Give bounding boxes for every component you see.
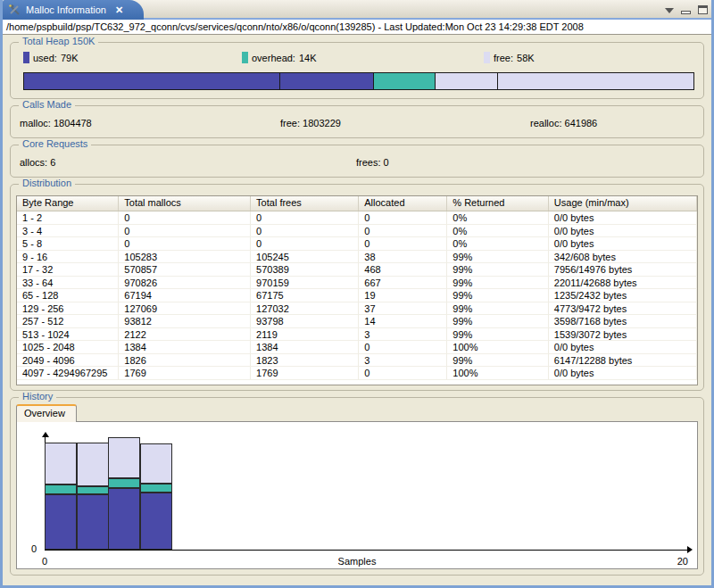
- table-cell: 2122: [119, 328, 251, 342]
- minimize-icon[interactable]: [681, 11, 691, 14]
- table-row[interactable]: 3 - 40000%0/0 bytes: [17, 225, 697, 238]
- table-cell: 100%: [447, 367, 549, 380]
- table-cell: 570389: [251, 263, 359, 277]
- close-icon[interactable]: ✕: [115, 4, 123, 16]
- total-heap-group: Total Heap 150K used: 79K overhead: 14K …: [10, 42, 704, 99]
- table-cell: 33 - 64: [17, 277, 119, 290]
- column-header[interactable]: Byte Range: [17, 196, 119, 211]
- table-cell: 257 - 512: [17, 315, 119, 328]
- history-bar: [77, 443, 109, 550]
- history-bar-segment-overhead: [45, 484, 77, 493]
- table-cell: 1 - 2: [17, 211, 119, 225]
- total-heap-title: Total Heap 150K: [19, 36, 98, 46]
- table-cell: 67194: [119, 289, 251, 302]
- table-cell: 67175: [251, 289, 359, 302]
- column-header[interactable]: Usage (min/max): [549, 196, 697, 211]
- table-cell: 3598/7168 bytes: [549, 315, 697, 328]
- table-cell: 342/608 bytes: [549, 251, 697, 264]
- table-row[interactable]: 2049 - 409618261823399%6147/12288 bytes: [17, 354, 697, 368]
- table-cell: 0: [359, 225, 447, 238]
- malloc-stat: malloc: 1804478: [20, 118, 92, 128]
- table-cell: 93798: [251, 315, 359, 328]
- view-content: Total Heap 150K used: 79K overhead: 14K …: [3, 35, 711, 579]
- table-cell: 970826: [119, 277, 251, 290]
- overhead-label: overhead:: [252, 53, 295, 63]
- calls-made-group: Calls Made malloc: 1804478 free: 1803229…: [10, 105, 704, 138]
- table-cell: 1769: [119, 367, 251, 380]
- column-header[interactable]: Allocated: [359, 196, 447, 211]
- legend-overhead: overhead: 14K: [242, 52, 317, 63]
- y-axis-arrow-icon: [42, 432, 49, 437]
- table-cell: 0: [251, 237, 359, 251]
- history-bar-segment-used: [45, 494, 77, 550]
- column-header[interactable]: Total mallocs: [119, 196, 251, 211]
- table-cell: 1384: [119, 341, 251, 354]
- history-title: History: [19, 391, 56, 402]
- x-axis-min-label: 0: [42, 556, 47, 567]
- used-swatch: [23, 52, 29, 63]
- column-header[interactable]: % Returned: [447, 196, 549, 211]
- heap-segment-free: [436, 73, 498, 89]
- history-bar: [108, 437, 140, 550]
- table-row[interactable]: 1 - 20000%0/0 bytes: [17, 211, 697, 225]
- table-cell: 513 - 1024: [17, 328, 119, 342]
- realloc-stat: realloc: 641986: [530, 118, 597, 128]
- realloc-value: 641986: [565, 118, 598, 128]
- overhead-swatch: [242, 52, 248, 63]
- table-cell: 570857: [119, 263, 251, 277]
- table-cell: 0%: [447, 225, 549, 238]
- table-row[interactable]: 17 - 3257085757038946899%7956/14976 byte…: [17, 263, 697, 277]
- free-value: 58K: [517, 53, 535, 63]
- table-cell: 0: [119, 237, 251, 251]
- table-row[interactable]: 65 - 12867194671751999%1235/2432 bytes: [17, 289, 697, 302]
- table-cell: 99%: [447, 315, 549, 328]
- table-row[interactable]: 257 - 51293812937981499%3598/7168 bytes: [17, 315, 697, 328]
- table-cell: 9 - 16: [17, 251, 119, 264]
- table-cell: 1823: [251, 354, 359, 368]
- malloc-view-icon: [8, 4, 21, 17]
- frees-label: frees:: [356, 157, 381, 168]
- table-cell: 99%: [447, 263, 549, 277]
- tab-overview[interactable]: Overview: [16, 404, 77, 422]
- table-cell: 19: [359, 289, 447, 302]
- tab-malloc-information[interactable]: Malloc Information ✕: [3, 0, 144, 20]
- table-cell: 3: [359, 328, 447, 342]
- heap-segment-used: [24, 73, 280, 89]
- table-cell: 99%: [447, 302, 549, 316]
- table-cell: 127069: [119, 302, 251, 316]
- table-cell: 37: [359, 302, 447, 316]
- table-row[interactable]: 9 - 161052831052453899%342/608 bytes: [17, 251, 697, 264]
- legend-free: free: 58K: [484, 52, 535, 63]
- table-cell: 99%: [447, 277, 549, 290]
- table-row[interactable]: 1025 - 2048138413840100%0/0 bytes: [17, 341, 697, 354]
- frees-value: 0: [384, 157, 389, 168]
- table-cell: 100%: [447, 341, 549, 354]
- table-cell: 0: [359, 237, 447, 251]
- x-axis: [45, 550, 688, 551]
- column-header[interactable]: Total frees: [251, 196, 359, 211]
- table-row[interactable]: 513 - 102421222119399%1539/3072 bytes: [17, 328, 697, 342]
- history-bar-segment-used: [140, 493, 172, 550]
- free-label: free:: [494, 53, 513, 63]
- legend-used: used: 79K: [23, 52, 79, 63]
- table-cell: 129 - 256: [17, 302, 119, 316]
- table-row[interactable]: 33 - 6497082697015966799%22011/42688 byt…: [17, 277, 697, 290]
- table-cell: 0/0 bytes: [549, 237, 697, 251]
- view-menu-icon[interactable]: [665, 8, 674, 13]
- allocs-value: 6: [50, 157, 55, 168]
- table-row[interactable]: 129 - 2561270691270323799%4773/9472 byte…: [17, 302, 697, 316]
- table-cell: 99%: [447, 289, 549, 302]
- distribution-table-header[interactable]: Byte RangeTotal mallocsTotal freesAlloca…: [17, 196, 697, 211]
- table-cell: 0: [359, 211, 447, 225]
- table-row[interactable]: 4097 - 4294967295176917690100%0/0 bytes: [17, 367, 697, 380]
- table-cell: 1769: [251, 367, 359, 380]
- table-cell: 0: [119, 211, 251, 225]
- maximize-icon[interactable]: [698, 5, 708, 14]
- table-cell: 99%: [447, 328, 549, 342]
- allocs-stat: allocs: 6: [20, 157, 55, 168]
- table-cell: 0/0 bytes: [549, 225, 697, 238]
- distribution-title: Distribution: [19, 178, 75, 188]
- realloc-label: realloc:: [530, 118, 561, 128]
- table-row[interactable]: 5 - 80000%0/0 bytes: [17, 237, 697, 251]
- table-cell: 0/0 bytes: [549, 211, 697, 225]
